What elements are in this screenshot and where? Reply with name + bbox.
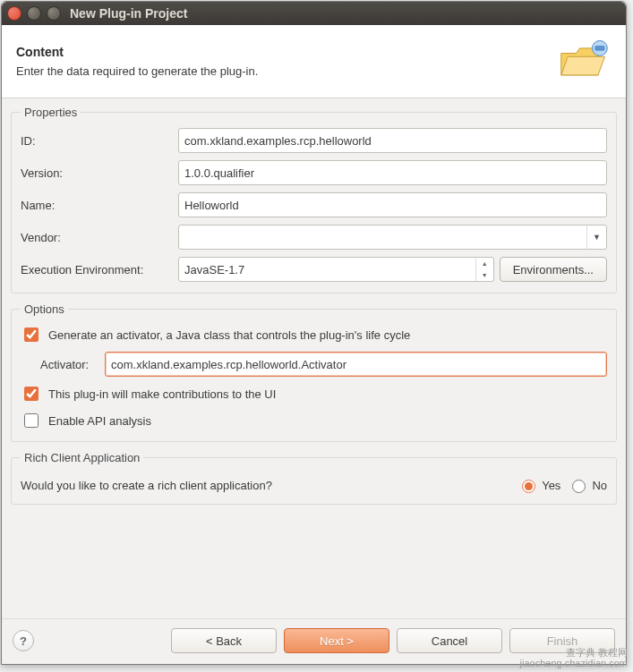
chevron-down-icon[interactable]: ▼ <box>586 225 606 249</box>
generate-activator-checkbox[interactable] <box>24 327 38 342</box>
version-field[interactable] <box>178 160 607 185</box>
next-button[interactable]: Next > <box>284 628 389 653</box>
rich-yes-radio[interactable] <box>522 480 535 493</box>
id-label: ID: <box>21 134 173 148</box>
wizard-header: Content Enter the data required to gener… <box>2 25 626 98</box>
rich-client-legend: Rich Client Application <box>21 451 143 464</box>
cancel-button[interactable]: Cancel <box>397 628 502 653</box>
titlebar[interactable]: New Plug-in Project <box>2 2 626 25</box>
api-analysis-label[interactable]: Enable API analysis <box>48 414 151 428</box>
page-title: Content <box>16 45 258 59</box>
help-button[interactable]: ? <box>13 630 34 651</box>
button-bar: ? < Back Next > Cancel Finish <box>2 618 626 664</box>
page-subtitle: Enter the data required to generate the … <box>16 64 258 78</box>
finish-button: Finish <box>509 628 615 653</box>
rich-no-radio[interactable] <box>572 480 586 493</box>
rich-yes-option[interactable]: Yes <box>518 477 560 493</box>
maximize-icon[interactable] <box>47 6 61 21</box>
contribute-ui-label[interactable]: This plug-in will make contributions to … <box>48 387 276 401</box>
exec-env-select[interactable]: JavaSE-1.7 ▲ ▼ <box>178 257 494 282</box>
options-legend: Options <box>21 302 68 316</box>
minimize-icon[interactable] <box>27 6 41 21</box>
generate-activator-label[interactable]: Generate an activator, a Java class that… <box>48 328 410 342</box>
close-icon[interactable] <box>7 6 21 21</box>
activator-label: Activator: <box>40 358 99 371</box>
rich-client-question: Would you like to create a rich client a… <box>21 479 272 492</box>
back-button[interactable]: < Back <box>171 628 277 653</box>
window-title: New Plug-in Project <box>70 6 187 21</box>
wizard-banner-icon <box>558 36 612 87</box>
id-field[interactable] <box>178 128 607 153</box>
activator-field[interactable] <box>105 352 607 377</box>
svg-rect-1 <box>595 46 604 51</box>
name-label: Name: <box>21 199 173 212</box>
api-analysis-checkbox[interactable] <box>24 413 38 428</box>
properties-legend: Properties <box>21 106 81 119</box>
options-group: Options Generate an activator, a Java cl… <box>11 302 617 442</box>
exec-env-label: Execution Environment: <box>21 263 173 276</box>
wizard-content: Properties ID: Version: Name: <box>2 98 626 618</box>
version-label: Version: <box>21 166 173 180</box>
environments-button[interactable]: Environments... <box>500 257 607 282</box>
dialog-window: New Plug-in Project Content Enter the da… <box>1 1 627 665</box>
chevron-down-icon[interactable]: ▼ <box>476 269 493 281</box>
chevron-up-icon[interactable]: ▲ <box>476 258 493 269</box>
vendor-combo[interactable]: ▼ <box>178 225 607 250</box>
contribute-ui-checkbox[interactable] <box>24 387 38 401</box>
rich-client-group: Rich Client Application Would you like t… <box>11 451 617 505</box>
properties-group: Properties ID: Version: Name: <box>11 106 617 293</box>
vendor-label: Vendor: <box>21 231 173 244</box>
name-field[interactable] <box>178 192 607 217</box>
exec-env-value: JavaSE-1.7 <box>184 263 244 276</box>
rich-no-option[interactable]: No <box>568 477 607 493</box>
